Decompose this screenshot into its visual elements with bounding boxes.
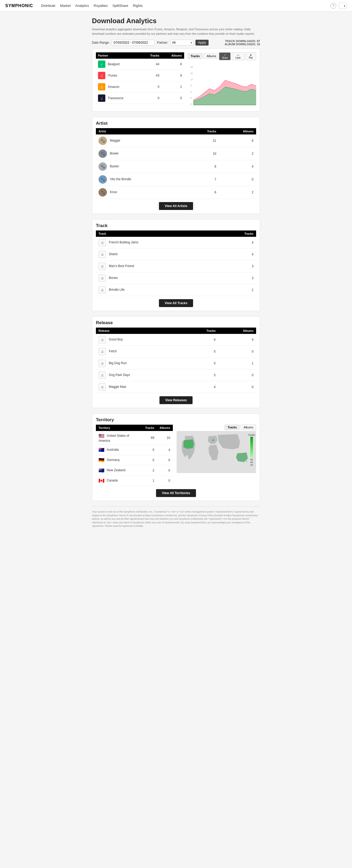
- territory-name: New Zealand: [107, 468, 125, 472]
- track-downloads-label: TRACK DOWNLOADS:: [225, 39, 256, 42]
- artist-row: 🐾 Knox 6 2: [96, 186, 256, 199]
- svg-text:15: 15: [190, 72, 193, 74]
- date-range-input[interactable]: [112, 40, 155, 45]
- svg-text:3: 3: [190, 97, 192, 99]
- avatar: 🐾: [99, 188, 107, 196]
- page-content: Download Analytics Download analytics ag…: [92, 11, 260, 538]
- artist-albums: 2: [219, 147, 256, 160]
- view-all-territories-button[interactable]: View All Territories: [156, 489, 196, 497]
- artist-card: Artist Artist Tracks Albums 🐾 Maggie 21 …: [92, 117, 260, 214]
- artist-tracks: 8: [185, 160, 219, 173]
- avatar: 🐾: [99, 136, 107, 145]
- territory-albums: 4: [157, 445, 173, 455]
- artist-row: 🐾 Maggie 21 6: [96, 134, 256, 147]
- territory-tab-tracks[interactable]: Tracks: [224, 425, 240, 430]
- artist-albums: 4: [219, 160, 256, 173]
- track-count: 4: [217, 237, 256, 249]
- page-description: Download analytics aggregates downloads …: [92, 27, 260, 36]
- totals: TRACK DOWNLOADS: 87 ALBUM DOWNLOADS: 16: [224, 39, 260, 46]
- view-all-releases-button[interactable]: View Releases: [160, 396, 193, 404]
- music-icon: ♫: [99, 239, 106, 246]
- track-name-cell: ♫ Bones: [96, 272, 217, 284]
- release-albums: 0: [218, 381, 256, 393]
- track-col-track: Track: [96, 230, 217, 237]
- track-col-tracks: Tracks: [217, 230, 256, 237]
- footer-text: Your access to and use of the Symphonic …: [92, 506, 260, 528]
- partner-tracks: 0: [141, 93, 162, 104]
- release-name-cell: ♫ Fetch: [96, 346, 184, 358]
- track-row: ♫ Bones 3: [96, 272, 256, 284]
- release-card: Release Release Tracks Albums ♫ Good Boy…: [92, 316, 260, 408]
- artist-row: 🐾 Baxter 8 4: [96, 160, 256, 173]
- territory-section-title: Territory: [96, 417, 256, 423]
- release-table: Release Tracks Albums ♫ Good Boy 6 4 ♫ F…: [96, 328, 256, 393]
- track-downloads-total: TRACK DOWNLOADS: 87: [224, 39, 260, 42]
- music-icon: ♫: [99, 262, 106, 270]
- artist-albums: 0: [219, 173, 256, 186]
- chart-tab-albums[interactable]: Albums: [204, 54, 219, 59]
- partner-albums: 9: [162, 70, 184, 81]
- nav-logo: SYMPHONIC: [5, 3, 33, 8]
- nav-market[interactable]: Market: [60, 4, 71, 8]
- chart-type-area[interactable]: ▪ Area: [219, 52, 231, 60]
- release-col-albums: Albums: [218, 328, 256, 334]
- nav-rights[interactable]: Rights: [133, 4, 143, 8]
- track-row: ♫ Man's Best Friend 3: [96, 260, 256, 272]
- release-albums: 1: [218, 358, 256, 369]
- release-row: ♫ Maggie Mae 4 0: [96, 381, 256, 393]
- apply-button[interactable]: Apply: [196, 40, 209, 45]
- nav-royalties[interactable]: Royalties: [94, 4, 108, 8]
- album-downloads-value: 16: [257, 42, 260, 46]
- chart-row: Partner Tracks Albums ♪ Beatport 44 6 ♫ …: [96, 52, 256, 107]
- artist-name-cell: 🐾 Bowie: [96, 147, 185, 160]
- partner-row: ♩ Traxsource 0 0: [96, 93, 184, 104]
- chart-type-line[interactable]: — Line: [232, 52, 245, 60]
- view-all-tracks-button[interactable]: View All Tracks: [159, 299, 193, 307]
- artist-albums: 2: [219, 186, 256, 199]
- country-flag: 🇨🇦: [99, 478, 104, 483]
- country-flag: 🇳🇿: [99, 468, 104, 473]
- partner-row: ♬ Amazon 0 1: [96, 81, 184, 93]
- chart-area: 0 3 6 9 12 15 18 03-Jul 04-Jul: [188, 63, 256, 105]
- user-select-wrap: [339, 3, 347, 9]
- artist-name: Vito the Brindle: [110, 177, 131, 181]
- artist-table: Artist Tracks Albums 🐾 Maggie 21 6 🐾 Bow…: [96, 128, 256, 199]
- track-section-title: Track: [96, 223, 256, 228]
- nav-analytics[interactable]: Analytics: [75, 4, 89, 8]
- territory-table: Territory Tracks Albums 🇺🇸 United States…: [96, 425, 173, 486]
- artist-name-cell: 🐾 Vito the Brindle: [96, 173, 185, 186]
- partner-albums: 6: [162, 59, 184, 70]
- territory-row: 🇩🇪 Germany 5 0: [96, 455, 173, 465]
- territory-tab-albums[interactable]: Albums: [241, 425, 256, 430]
- partner-select[interactable]: All Beatport iTunes Amazon Traxsource: [170, 40, 193, 45]
- partner-albums: 0: [162, 93, 184, 104]
- artist-tracks: 6: [185, 186, 219, 199]
- partner-name: Beatport: [108, 62, 119, 66]
- page-title: Download Analytics: [92, 17, 260, 25]
- chart-section: Tracks Albums ▪ Area — Line ● Pie 0 3 6: [188, 52, 256, 107]
- release-name-cell: ♫ Big Dog Run: [96, 358, 184, 369]
- release-tracks: 5: [184, 369, 218, 381]
- partner-select-wrap: All Beatport iTunes Amazon Traxsource: [170, 40, 193, 45]
- track-name: Bones: [109, 276, 118, 280]
- help-icon[interactable]: ?: [330, 3, 336, 9]
- territory-name: Canada: [107, 478, 118, 482]
- chart-tabs: Tracks Albums: [188, 54, 219, 59]
- nav-distribute[interactable]: Distribute: [41, 4, 56, 8]
- release-section-title: Release: [96, 320, 256, 326]
- territory-tracks: 5: [143, 455, 157, 465]
- release-name: Fetch: [109, 349, 117, 353]
- chart-tab-tracks[interactable]: Tracks: [188, 54, 203, 59]
- svg-text:04-Jul: 04-Jul: [202, 105, 207, 105]
- user-select[interactable]: [339, 3, 347, 9]
- album-downloads-label: ALBUM DOWNLOADS:: [224, 42, 256, 46]
- territory-tracks: 69: [143, 431, 157, 445]
- artist-row: 🐾 Vito the Brindle 7 0: [96, 173, 256, 186]
- partner-col-albums: Albums: [162, 52, 184, 59]
- partner-name: iTunes: [108, 74, 117, 78]
- nav-splitshare[interactable]: SplitShare: [112, 4, 128, 8]
- chart-type-pie[interactable]: ● Pie: [246, 52, 256, 60]
- music-icon: ♫: [99, 274, 106, 282]
- view-all-artists-button[interactable]: View All Artists: [159, 202, 193, 210]
- partner-name-cell: ♪ Beatport: [96, 59, 141, 70]
